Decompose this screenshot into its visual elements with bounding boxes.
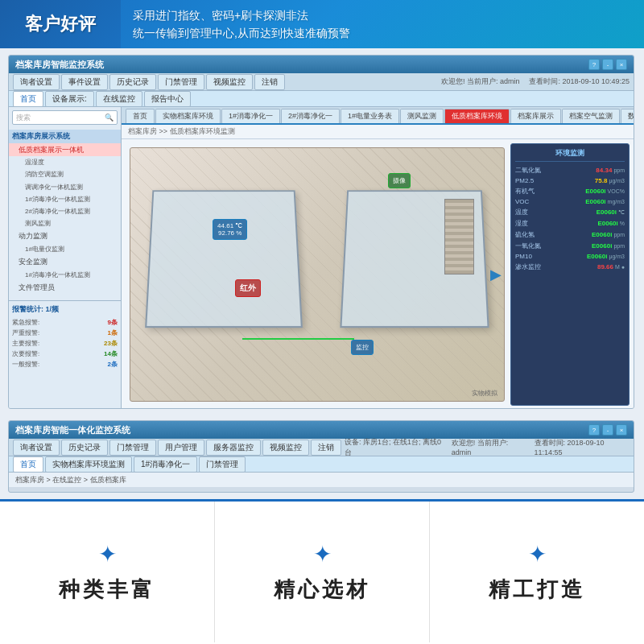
tree-item-temp[interactable]: 温湿度 xyxy=(9,156,121,168)
content-area: 搜索 🔍 档案库房展示系统 低质档案展示一体机 温湿度 消防空调监测 调调净化一… xyxy=(9,107,634,409)
alert-count-5: 2条 xyxy=(108,360,118,369)
nav-tab-power[interactable]: 1#电量业务表 xyxy=(341,109,399,123)
minimize-btn-2[interactable]: - xyxy=(602,424,613,436)
submenu2-door-mgmt[interactable]: 门禁管理 xyxy=(199,456,246,473)
nav-arrow-right[interactable]: ▶ xyxy=(490,266,502,283)
nav-tab-air[interactable]: 档案空气监测 xyxy=(562,109,620,123)
tree-item-main[interactable]: 档案库房展示系统 xyxy=(9,130,121,143)
nav-tab-low[interactable]: 低质档案库环境 xyxy=(444,109,510,123)
env-label-pm25: PM2.5 xyxy=(515,177,575,184)
tree-item-wind[interactable]: 测风监测 xyxy=(9,217,121,229)
help-btn-2[interactable]: ? xyxy=(588,424,600,436)
left-sidebar: 搜索 🔍 档案库房展示系统 低质档案展示一体机 温湿度 消防空调监测 调调净化一… xyxy=(9,107,122,409)
submenu-home[interactable]: 首页 xyxy=(13,91,43,107)
alert-section: 报警统计: 1/频 紧急报警: 9条 严重报警: 1条 主要报警: 23条 次 xyxy=(9,300,121,373)
env-value-co2: 84.34 xyxy=(580,167,612,174)
env-panel: 环境监测 二氧化氮 84.34 ppm PM2.5 75.8 μg/m3 xyxy=(510,143,630,406)
alert-row-5: 一般报警: 2条 xyxy=(12,359,118,369)
tree-item-file[interactable]: 文件管理员 xyxy=(9,281,121,295)
nav-tab-data[interactable]: 数据安全监测 xyxy=(621,109,634,123)
tree-item-low[interactable]: 低质档案展示一体机 xyxy=(9,143,121,157)
alert-count-2: 1条 xyxy=(108,328,118,337)
help-btn[interactable]: ? xyxy=(588,59,600,70)
alert-label-1: 紧急报警: xyxy=(12,318,39,327)
env-panel-title: 环境监测 xyxy=(515,148,625,162)
tree-item-fire[interactable]: 消防空调监测 xyxy=(9,168,121,180)
feature-icon-1: ✦ xyxy=(98,541,117,568)
sensor-infra[interactable]: 红外 xyxy=(235,279,261,297)
menu2-history[interactable]: 历史记录 xyxy=(61,440,108,456)
env-row-no: 一氧化氮 E0060i ppm xyxy=(515,242,625,250)
env-unit-temp: ℃ xyxy=(618,209,625,216)
status-bar-location: 档案库房 > 在线监控 > 低质档案库 xyxy=(15,475,126,485)
menu2-video[interactable]: 视频监控 xyxy=(262,440,309,456)
monitor-ui-2: 档案库房智能一体化监控系统 ? - × 询者设置 历史记录 门禁管理 用户管理 … xyxy=(8,420,634,493)
sensor-monitor[interactable]: 监控 xyxy=(351,340,374,355)
menu-event[interactable]: 事件设置 xyxy=(61,74,108,90)
alert-count-3: 23条 xyxy=(104,339,118,348)
menu2-logout[interactable]: 注销 xyxy=(311,440,341,456)
menu2-server[interactable]: 服务器监控 xyxy=(206,440,261,456)
submenu2-disinfect[interactable]: 1#消毒净化一 xyxy=(134,456,197,473)
submenu-online[interactable]: 在线监控 xyxy=(96,91,142,107)
nav-tab-wind[interactable]: 测风监测 xyxy=(400,109,444,123)
search-icon[interactable]: 🔍 xyxy=(105,114,114,122)
tree-item-purify3[interactable]: 1#消毒净化一体机监测 xyxy=(9,269,121,281)
info2-admin: 欢迎您! 当前用户: admin xyxy=(452,438,526,456)
env-unit-h2s: ppm xyxy=(613,232,625,237)
submenu2-archive[interactable]: 实物档案库环境监测 xyxy=(45,456,132,473)
staircase xyxy=(444,199,474,275)
tree-item-purify1[interactable]: 1#消毒净化一体机监测 xyxy=(9,193,121,205)
tree-item-purify2[interactable]: 2#消毒净化一体机监测 xyxy=(9,205,121,217)
nav-tab-disinfect2[interactable]: 2#消毒净化一 xyxy=(281,109,340,123)
alert-label-5: 一般报警: xyxy=(12,360,39,369)
sensor-camera-label: 摄像 xyxy=(393,177,406,184)
env-unit-pm10: μg/m3 xyxy=(609,254,625,259)
menu-video[interactable]: 视频监控 xyxy=(206,74,253,90)
alert-count-1: 9条 xyxy=(108,318,118,327)
close-btn[interactable]: × xyxy=(616,59,627,70)
nav-tab-home[interactable]: 首页 xyxy=(126,109,155,123)
env-row-pm25: PM2.5 75.8 μg/m3 xyxy=(515,177,625,184)
minimize-btn[interactable]: - xyxy=(602,59,613,70)
menu-status[interactable]: 历史记录 xyxy=(109,74,156,90)
tree-item-purify0[interactable]: 调调净化一体机监测 xyxy=(9,181,121,193)
sensor-camera[interactable]: 摄像 xyxy=(388,173,411,188)
monitor-title-1: 档案库房智能监控系统 xyxy=(15,59,104,71)
tree-item-power[interactable]: 动力监测 xyxy=(9,229,121,243)
sidebar-search[interactable]: 搜索 🔍 xyxy=(12,110,118,125)
nav-tab-archive[interactable]: 实物档案库环境 xyxy=(155,109,221,123)
feature-text-2: 精心选材 xyxy=(274,576,370,604)
submenu-report[interactable]: 报告中心 xyxy=(144,91,191,107)
nav-tab-display[interactable]: 档案库展示 xyxy=(510,109,561,123)
menu-config[interactable]: 询者设置 xyxy=(13,74,60,90)
nav-tab-disinfect1[interactable]: 1#消毒净化一 xyxy=(221,109,280,123)
submenu2-home[interactable]: 首页 xyxy=(13,456,43,473)
env-value-humid: E0060i xyxy=(586,220,618,227)
sensor-temp[interactable]: 44.61 ℃ 92.76 % xyxy=(213,219,247,240)
env-unit-pm25: μg/m3 xyxy=(609,178,625,184)
env-label-pm10: PM10 xyxy=(515,253,575,260)
menu-door[interactable]: 门禁管理 xyxy=(158,74,204,90)
menu2-config[interactable]: 询者设置 xyxy=(13,440,60,456)
tree-item-electric[interactable]: 1#电量仪监测 xyxy=(9,243,121,255)
env-row-voc2: VOC E0060i mg/m3 xyxy=(515,198,625,205)
sensor-temp-line2: 92.76 % xyxy=(217,229,242,237)
breadcrumb-text: 档案库房 >> 低质档案库环境监测 xyxy=(128,126,235,137)
sensor-temp-line1: 44.61 ℃ xyxy=(217,222,242,229)
info-datetime: 查看时间: 2018-09-10 10:49:25 xyxy=(529,76,630,87)
close-btn-2[interactable]: × xyxy=(616,424,627,436)
tree-item-security[interactable]: 安全监测 xyxy=(9,255,121,269)
viz-label: 实物模拟 xyxy=(472,389,497,398)
menu-logout[interactable]: 注销 xyxy=(254,74,285,90)
search-placeholder: 搜索 xyxy=(16,113,105,123)
room-large-left xyxy=(145,190,302,327)
top-banner-right: 采用进门指纹、密码+刷卡探测非法 统一传输到管理中心,从而达到快速准确预警 xyxy=(121,2,644,47)
submenu-device[interactable]: 设备展示: xyxy=(45,91,94,107)
top-banner-line1: 采用进门指纹、密码+刷卡探测非法 xyxy=(133,6,632,24)
env-row-water: 渗水监控 89.66 M ● xyxy=(515,262,625,271)
env-unit-voc2: mg/m3 xyxy=(608,199,625,204)
menu2-user[interactable]: 用户管理 xyxy=(158,440,204,456)
env-label-co2: 二氧化氮 xyxy=(515,166,580,175)
menu2-door[interactable]: 门禁管理 xyxy=(109,440,156,456)
